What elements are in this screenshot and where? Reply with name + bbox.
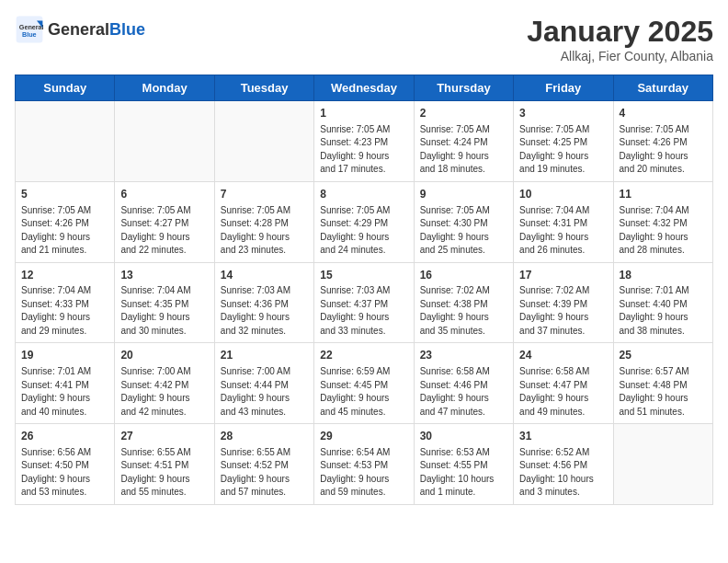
- day-number: 17: [519, 268, 607, 283]
- day-number: 20: [120, 348, 208, 363]
- day-number: 23: [420, 348, 507, 363]
- calendar-day-cell: 20Sunrise: 7:00 AM Sunset: 4:42 PM Dayli…: [115, 343, 214, 424]
- calendar-day-cell: [115, 101, 214, 182]
- calendar-day-cell: 16Sunrise: 7:02 AM Sunset: 4:38 PM Dayli…: [414, 262, 513, 343]
- day-number: 1: [320, 106, 407, 121]
- day-info: Sunrise: 6:59 AM Sunset: 4:45 PM Dayligh…: [320, 365, 407, 419]
- calendar-day-cell: 24Sunrise: 6:58 AM Sunset: 4:47 PM Dayli…: [514, 343, 613, 424]
- calendar-day-cell: 2Sunrise: 7:05 AM Sunset: 4:24 PM Daylig…: [414, 101, 513, 182]
- day-number: 21: [221, 348, 308, 363]
- day-number: 29: [320, 429, 407, 444]
- day-number: 24: [519, 348, 607, 363]
- day-number: 22: [320, 348, 407, 363]
- svg-text:Blue: Blue: [22, 30, 37, 39]
- day-info: Sunrise: 6:58 AM Sunset: 4:46 PM Dayligh…: [420, 365, 507, 419]
- day-number: 6: [120, 187, 208, 202]
- weekday-header-sunday: Sunday: [16, 75, 115, 101]
- calendar-day-cell: 5Sunrise: 7:05 AM Sunset: 4:26 PM Daylig…: [16, 181, 115, 262]
- calendar-day-cell: 21Sunrise: 7:00 AM Sunset: 4:44 PM Dayli…: [214, 343, 313, 424]
- day-number: 8: [320, 187, 407, 202]
- calendar-day-cell: 19Sunrise: 7:01 AM Sunset: 4:41 PM Dayli…: [16, 343, 115, 424]
- calendar-day-cell: 10Sunrise: 7:04 AM Sunset: 4:31 PM Dayli…: [514, 181, 613, 262]
- logo-blue-text: Blue: [109, 20, 145, 39]
- calendar-day-cell: 9Sunrise: 7:05 AM Sunset: 4:30 PM Daylig…: [414, 181, 513, 262]
- weekday-header-saturday: Saturday: [613, 75, 712, 101]
- day-info: Sunrise: 7:00 AM Sunset: 4:44 PM Dayligh…: [221, 365, 308, 419]
- day-info: Sunrise: 7:05 AM Sunset: 4:26 PM Dayligh…: [620, 123, 707, 177]
- day-number: 30: [420, 429, 507, 444]
- day-number: 9: [420, 187, 507, 202]
- calendar-day-cell: [16, 101, 115, 182]
- calendar-day-cell: 7Sunrise: 7:05 AM Sunset: 4:28 PM Daylig…: [214, 181, 313, 262]
- calendar-day-cell: 15Sunrise: 7:03 AM Sunset: 4:37 PM Dayli…: [314, 262, 414, 343]
- day-info: Sunrise: 7:05 AM Sunset: 4:27 PM Dayligh…: [120, 204, 208, 258]
- day-info: Sunrise: 6:52 AM Sunset: 4:56 PM Dayligh…: [519, 446, 607, 500]
- day-info: Sunrise: 6:55 AM Sunset: 4:51 PM Dayligh…: [120, 446, 208, 500]
- calendar-week-row: 26Sunrise: 6:56 AM Sunset: 4:50 PM Dayli…: [16, 424, 713, 505]
- day-info: Sunrise: 7:02 AM Sunset: 4:38 PM Dayligh…: [420, 284, 507, 338]
- day-info: Sunrise: 7:03 AM Sunset: 4:37 PM Dayligh…: [320, 284, 407, 338]
- calendar-day-cell: 25Sunrise: 6:57 AM Sunset: 4:48 PM Dayli…: [613, 343, 712, 424]
- day-info: Sunrise: 7:05 AM Sunset: 4:28 PM Dayligh…: [221, 204, 308, 258]
- weekday-header-row: SundayMondayTuesdayWednesdayThursdayFrid…: [16, 75, 713, 101]
- weekday-header-thursday: Thursday: [414, 75, 513, 101]
- calendar-day-cell: 30Sunrise: 6:53 AM Sunset: 4:55 PM Dayli…: [414, 424, 513, 505]
- day-number: 15: [320, 268, 407, 283]
- day-number: 28: [221, 429, 308, 444]
- day-info: Sunrise: 7:05 AM Sunset: 4:26 PM Dayligh…: [21, 204, 108, 258]
- calendar-day-cell: 3Sunrise: 7:05 AM Sunset: 4:25 PM Daylig…: [514, 101, 613, 182]
- day-info: Sunrise: 6:55 AM Sunset: 4:52 PM Dayligh…: [221, 446, 308, 500]
- calendar-week-row: 5Sunrise: 7:05 AM Sunset: 4:26 PM Daylig…: [16, 181, 713, 262]
- location-subtitle: Allkaj, Fier County, Albania: [527, 49, 713, 63]
- calendar-day-cell: 12Sunrise: 7:04 AM Sunset: 4:33 PM Dayli…: [16, 262, 115, 343]
- day-number: 14: [221, 268, 308, 283]
- calendar-day-cell: 28Sunrise: 6:55 AM Sunset: 4:52 PM Dayli…: [214, 424, 313, 505]
- day-number: 4: [620, 106, 707, 121]
- day-info: Sunrise: 7:04 AM Sunset: 4:33 PM Dayligh…: [21, 284, 108, 338]
- day-info: Sunrise: 7:02 AM Sunset: 4:39 PM Dayligh…: [519, 284, 607, 338]
- day-info: Sunrise: 6:53 AM Sunset: 4:55 PM Dayligh…: [420, 446, 507, 500]
- logo-icon: General Blue: [15, 15, 44, 44]
- calendar-day-cell: 6Sunrise: 7:05 AM Sunset: 4:27 PM Daylig…: [115, 181, 214, 262]
- calendar-day-cell: [214, 101, 313, 182]
- calendar-day-cell: 14Sunrise: 7:03 AM Sunset: 4:36 PM Dayli…: [214, 262, 313, 343]
- logo: General Blue GeneralBlue: [15, 15, 145, 44]
- day-info: Sunrise: 7:05 AM Sunset: 4:23 PM Dayligh…: [320, 123, 407, 177]
- day-number: 13: [120, 268, 208, 283]
- calendar-day-cell: 31Sunrise: 6:52 AM Sunset: 4:56 PM Dayli…: [514, 424, 613, 505]
- day-number: 19: [21, 348, 108, 363]
- calendar-day-cell: 23Sunrise: 6:58 AM Sunset: 4:46 PM Dayli…: [414, 343, 513, 424]
- day-info: Sunrise: 7:04 AM Sunset: 4:31 PM Dayligh…: [519, 204, 607, 258]
- day-info: Sunrise: 7:04 AM Sunset: 4:32 PM Dayligh…: [620, 204, 707, 258]
- day-info: Sunrise: 7:05 AM Sunset: 4:29 PM Dayligh…: [320, 204, 407, 258]
- weekday-header-friday: Friday: [514, 75, 613, 101]
- day-info: Sunrise: 7:05 AM Sunset: 4:24 PM Dayligh…: [420, 123, 507, 177]
- calendar-day-cell: [613, 424, 712, 505]
- calendar-day-cell: 17Sunrise: 7:02 AM Sunset: 4:39 PM Dayli…: [514, 262, 613, 343]
- day-number: 3: [519, 106, 607, 121]
- logo-general-text: General: [48, 20, 109, 39]
- calendar-day-cell: 26Sunrise: 6:56 AM Sunset: 4:50 PM Dayli…: [16, 424, 115, 505]
- calendar-day-cell: 4Sunrise: 7:05 AM Sunset: 4:26 PM Daylig…: [613, 101, 712, 182]
- calendar-day-cell: 29Sunrise: 6:54 AM Sunset: 4:53 PM Dayli…: [314, 424, 414, 505]
- title-block: January 2025 Allkaj, Fier County, Albani…: [527, 15, 713, 63]
- calendar-week-row: 19Sunrise: 7:01 AM Sunset: 4:41 PM Dayli…: [16, 343, 713, 424]
- day-info: Sunrise: 7:01 AM Sunset: 4:41 PM Dayligh…: [21, 365, 108, 419]
- calendar-table: SundayMondayTuesdayWednesdayThursdayFrid…: [15, 75, 713, 505]
- calendar-day-cell: 8Sunrise: 7:05 AM Sunset: 4:29 PM Daylig…: [314, 181, 414, 262]
- day-number: 7: [221, 187, 308, 202]
- weekday-header-wednesday: Wednesday: [314, 75, 414, 101]
- calendar-day-cell: 27Sunrise: 6:55 AM Sunset: 4:51 PM Dayli…: [115, 424, 214, 505]
- calendar-day-cell: 13Sunrise: 7:04 AM Sunset: 4:35 PM Dayli…: [115, 262, 214, 343]
- calendar-day-cell: 1Sunrise: 7:05 AM Sunset: 4:23 PM Daylig…: [314, 101, 414, 182]
- day-number: 31: [519, 429, 607, 444]
- day-info: Sunrise: 6:54 AM Sunset: 4:53 PM Dayligh…: [320, 446, 407, 500]
- day-info: Sunrise: 7:00 AM Sunset: 4:42 PM Dayligh…: [120, 365, 208, 419]
- day-number: 27: [120, 429, 208, 444]
- day-info: Sunrise: 7:03 AM Sunset: 4:36 PM Dayligh…: [221, 284, 308, 338]
- day-number: 10: [519, 187, 607, 202]
- day-info: Sunrise: 7:01 AM Sunset: 4:40 PM Dayligh…: [620, 284, 707, 338]
- day-number: 11: [620, 187, 707, 202]
- calendar-day-cell: 11Sunrise: 7:04 AM Sunset: 4:32 PM Dayli…: [613, 181, 712, 262]
- calendar-day-cell: 18Sunrise: 7:01 AM Sunset: 4:40 PM Dayli…: [613, 262, 712, 343]
